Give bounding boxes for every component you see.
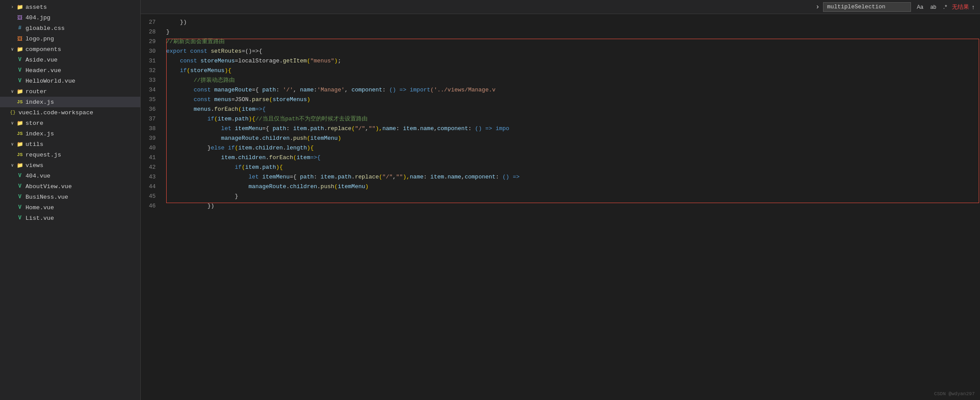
sidebar-item-helloworldvue[interactable]: V HelloWorld.vue <box>0 76 140 86</box>
file-explorer: › 📁 assets 🖼 404.jpg # gloable.css 🖼 log… <box>0 0 141 400</box>
line-content: menus.forEach(item=>{ <box>163 105 980 114</box>
sidebar-item-components[interactable]: ∨ 📁 components <box>0 44 140 55</box>
code-line-42: 42 if(item.path){ <box>141 163 980 172</box>
sidebar-item-label: views <box>26 162 44 169</box>
chevron-down-icon: ∨ <box>9 163 16 168</box>
sidebar-item-assets[interactable]: › 📁 assets <box>0 2 140 12</box>
line-content: }) <box>163 18 980 27</box>
code-line-35: 35 const menus=JSON.parse(storeMenus) <box>141 95 980 105</box>
search-input[interactable] <box>823 2 911 12</box>
line-number: 41 <box>141 153 163 163</box>
sidebar-item-views[interactable]: ∨ 📁 views <box>0 160 140 171</box>
sidebar-item-label: router <box>26 88 47 95</box>
line-content: let itemMenu={ path: item.path.replace("… <box>163 172 980 182</box>
code-line-38: 38 let itemMenu={ path: item.path.replac… <box>141 124 980 134</box>
line-number: 38 <box>141 124 163 134</box>
line-content: } <box>163 27 980 37</box>
line-content: }) <box>163 201 980 211</box>
chevron-down-icon: ∨ <box>9 142 16 147</box>
image-icon: 🖼 <box>16 14 24 22</box>
folder-icon: 📁 <box>16 3 24 11</box>
line-content: } <box>163 192 980 201</box>
line-content: const manageRoute={ path: '/', name:'Man… <box>163 85 980 95</box>
line-content: if(storeMenus){ <box>163 66 980 76</box>
json-icon: {} <box>9 109 17 116</box>
sidebar-item-requestjs[interactable]: JS request.js <box>0 149 140 160</box>
line-number: 27 <box>141 18 163 27</box>
editor-area: › Aa ab .* 无结果 ↑ 27 }) 28 } 29 //刷新页面会重置… <box>141 0 980 400</box>
sidebar-item-label: BusiNess.vue <box>26 194 68 200</box>
line-number: 39 <box>141 134 163 143</box>
sidebar-item-label: assets <box>26 4 47 11</box>
chevron-down-icon: ∨ <box>9 120 16 126</box>
vue-icon: V <box>16 204 24 211</box>
sidebar-item-logopng[interactable]: 🖼 logo.png <box>0 33 140 44</box>
sidebar-item-label: HelloWorld.vue <box>26 78 75 84</box>
sidebar-item-404vue[interactable]: V 404.vue <box>0 171 140 181</box>
vue-icon: V <box>16 66 24 74</box>
code-line-44: 44 manageRoute.children.push(itemMenu) <box>141 182 980 192</box>
sidebar-item-listvue[interactable]: V List.vue <box>0 213 140 223</box>
sidebar-item-gloablecss[interactable]: # gloable.css <box>0 23 140 33</box>
sidebar-item-label: index.js <box>26 99 54 105</box>
sidebar-item-indexjs-router[interactable]: JS index.js <box>0 97 140 107</box>
code-line-34: 34 const manageRoute={ path: '/', name:'… <box>141 85 980 95</box>
code-line-28: 28 } <box>141 27 980 37</box>
line-number: 42 <box>141 163 163 172</box>
code-line-30: 30 export const setRoutes=()=>{ <box>141 47 980 56</box>
sidebar-item-router[interactable]: ∨ 📁 router <box>0 86 140 97</box>
vue-icon: V <box>16 77 24 85</box>
code-editor[interactable]: 27 }) 28 } 29 //刷新页面会重置路由 30 export cons… <box>141 14 980 400</box>
sidebar-item-utils[interactable]: ∨ 📁 utils <box>0 139 140 149</box>
line-content: //拼装动态路由 <box>163 76 980 85</box>
line-number: 33 <box>141 76 163 85</box>
chevron-down-icon: ∨ <box>9 47 16 52</box>
match-case-button[interactable]: Aa <box>914 3 925 11</box>
chevron-right-icon: › <box>9 5 16 10</box>
sidebar-item-businessvue[interactable]: V BusiNess.vue <box>0 192 140 202</box>
sidebar-item-store[interactable]: ∨ 📁 store <box>0 118 140 128</box>
no-results-label: 无结果 <box>952 3 969 11</box>
code-line-43: 43 let itemMenu={ path: item.path.replac… <box>141 172 980 182</box>
folder-icon: 📁 <box>16 140 24 148</box>
code-line-33: 33 //拼装动态路由 <box>141 76 980 85</box>
code-line-36: 36 menus.forEach(item=>{ <box>141 105 980 114</box>
line-number: 44 <box>141 182 163 192</box>
js-icon: JS <box>16 151 24 159</box>
search-up-button[interactable]: ↑ <box>972 4 975 11</box>
line-number: 28 <box>141 27 163 37</box>
watermark: CSDN @wdyan297 <box>934 391 975 396</box>
line-content: const storeMenus=localStorage.getItem("m… <box>163 56 980 66</box>
code-line-39: 39 manageRoute.children.push(itemMenu) <box>141 134 980 143</box>
sidebar-item-label: index.js <box>26 131 54 137</box>
sidebar-item-indexjs-store[interactable]: JS index.js <box>0 128 140 139</box>
line-content: manageRoute.children.push(itemMenu) <box>163 134 980 143</box>
sidebar-item-headervue[interactable]: V Header.vue <box>0 65 140 76</box>
line-content: export const setRoutes=()=>{ <box>163 47 980 56</box>
code-line-45: 45 } <box>141 192 980 201</box>
vue-icon: V <box>16 172 24 180</box>
line-number: 36 <box>141 105 163 114</box>
match-word-button[interactable]: ab <box>928 3 938 11</box>
regex-button[interactable]: .* <box>941 3 949 11</box>
sidebar-item-aboutviewvue[interactable]: V AboutView.vue <box>0 181 140 192</box>
sidebar-item-homevue[interactable]: V Home.vue <box>0 202 140 213</box>
sidebar-item-label: gloable.css <box>26 25 65 32</box>
vue-icon: V <box>16 56 24 64</box>
sidebar-item-vuecliworkspace[interactable]: {} vuecli.code-workspace <box>0 107 140 118</box>
code-line-40: 40 }else if(item.children.length){ <box>141 143 980 153</box>
line-number: 45 <box>141 192 163 201</box>
css-icon: # <box>16 24 24 32</box>
sidebar-item-asidevue[interactable]: V Aside.vue <box>0 55 140 65</box>
sidebar-item-label: vuecli.code-workspace <box>18 109 93 116</box>
chevron-right-icon: › <box>816 3 820 11</box>
line-number: 40 <box>141 143 163 153</box>
sidebar-item-label: components <box>26 46 61 53</box>
sidebar-item-label: AboutView.vue <box>26 183 72 190</box>
png-icon: 🖼 <box>16 35 24 43</box>
code-line-31: 31 const storeMenus=localStorage.getItem… <box>141 56 980 66</box>
line-content: manageRoute.children.push(itemMenu) <box>163 182 980 192</box>
line-number: 43 <box>141 172 163 182</box>
sidebar-item-404jpg[interactable]: 🖼 404.jpg <box>0 12 140 23</box>
line-content: if(item.path){ <box>163 163 980 172</box>
